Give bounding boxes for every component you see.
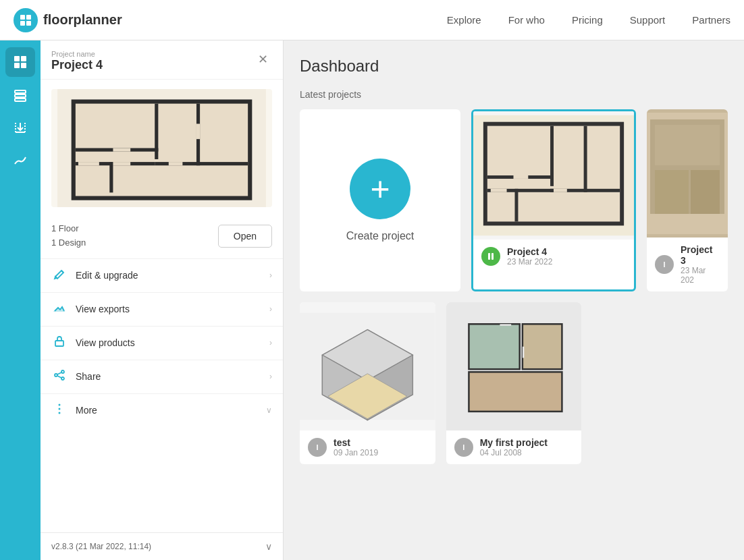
project4-date: 23 Mar 2022: [507, 257, 552, 267]
nav-pricing[interactable]: Pricing: [572, 14, 603, 26]
svg-rect-2: [20, 21, 25, 26]
test-avatar: I: [308, 438, 327, 457]
first-avatar-letter: I: [462, 443, 464, 451]
first-project-date: 04 Jul 2008: [480, 448, 548, 457]
main-wrapper: Project name Project 4 ✕: [0, 40, 744, 560]
svg-rect-64: [523, 347, 525, 358]
svg-rect-46: [488, 253, 490, 260]
svg-rect-61: [523, 324, 562, 369]
nav-support[interactable]: Support: [630, 14, 666, 26]
project4-footer: Project 4 23 Mar 2022: [473, 240, 634, 273]
logo-icon[interactable]: [14, 8, 38, 32]
svg-rect-5: [21, 56, 26, 61]
svg-rect-1: [26, 15, 31, 20]
project3-thumbnail: [647, 109, 728, 237]
svg-point-26: [61, 370, 64, 373]
svg-rect-0: [20, 15, 25, 20]
floor-counts: 1 Floor 1 Design: [51, 222, 86, 250]
version-chevron-icon[interactable]: ∨: [265, 541, 272, 552]
svg-rect-44: [491, 189, 507, 192]
svg-rect-19: [169, 162, 183, 165]
dashboard: Dashboard Latest projects + Create proje…: [284, 40, 744, 560]
svg-line-29: [57, 372, 61, 374]
design-count: 1 Design: [51, 236, 86, 250]
project4-name: Project 4: [507, 246, 552, 257]
share-icon: [51, 369, 68, 385]
edit-upgrade-menu-item[interactable]: Edit & upgrade ›: [41, 258, 283, 292]
products-icon: [51, 335, 68, 351]
project-card-project4[interactable]: Project 4 23 Mar 2022: [471, 109, 636, 291]
nav-explore[interactable]: Explore: [447, 14, 481, 26]
more-chevron-icon: ∨: [266, 405, 272, 415]
svg-rect-10: [15, 99, 26, 101]
more-menu-item[interactable]: More ∨: [41, 393, 283, 427]
view-exports-menu-item[interactable]: View exports ›: [41, 292, 283, 326]
test-thumbnail: [300, 302, 435, 430]
more-label: More: [76, 405, 258, 416]
view-products-label: View products: [76, 337, 261, 348]
export-nav-button[interactable]: [5, 113, 35, 143]
svg-rect-3: [26, 21, 31, 26]
svg-point-32: [59, 408, 61, 410]
floor-preview: [51, 89, 272, 207]
svg-rect-47: [491, 253, 494, 260]
share-menu-item[interactable]: Share ›: [41, 360, 283, 393]
view-products-menu-item[interactable]: View products ›: [41, 326, 283, 360]
project-panel: Project name Project 4 ✕: [41, 40, 284, 560]
panel-project-name: Project 4: [51, 58, 103, 72]
project4-thumbnail: [473, 111, 634, 240]
project4-info: Project 4 23 Mar 2022: [507, 246, 552, 267]
project3-footer: I Project 3 23 Mar 202: [647, 237, 728, 291]
test-footer: I test 09 Jan 2019: [300, 430, 435, 464]
create-project-button[interactable]: +: [350, 159, 410, 219]
svg-rect-62: [469, 372, 562, 412]
floor-info: 1 Floor 1 Design Open: [41, 217, 283, 258]
nav-forwho[interactable]: For who: [508, 14, 545, 26]
svg-point-27: [55, 374, 57, 376]
grid-nav-button[interactable]: [5, 47, 35, 77]
latest-projects-label: Latest projects: [300, 89, 728, 100]
panel-header-left: Project name Project 4: [51, 50, 103, 72]
floor-count: 1 Floor: [51, 222, 86, 236]
share-arrow-icon: ›: [269, 372, 272, 381]
project3-avatar-letter: I: [663, 260, 665, 269]
svg-rect-41: [514, 175, 529, 179]
first-avatar: I: [454, 438, 473, 457]
close-panel-button[interactable]: ✕: [253, 50, 272, 69]
svg-rect-4: [14, 56, 20, 61]
nav-partners[interactable]: Partners: [692, 14, 730, 26]
project3-info: Project 3 23 Mar 202: [681, 244, 720, 285]
project3-avatar: I: [655, 255, 674, 274]
project-card-project3[interactable]: I Project 3 23 Mar 202: [647, 109, 728, 291]
open-project-button[interactable]: Open: [218, 225, 272, 248]
dashboard-title: Dashboard: [300, 57, 728, 76]
svg-rect-8: [15, 90, 26, 93]
first-info: My first project 04 Jul 2008: [480, 437, 548, 457]
edit-upgrade-label: Edit & upgrade: [76, 270, 261, 281]
svg-point-31: [59, 403, 61, 405]
more-icon: [51, 403, 68, 418]
version-text: v2.8.3 (21 Mar 2022, 11:14): [51, 542, 151, 551]
icon-sidebar: [0, 40, 41, 560]
svg-rect-18: [113, 148, 130, 152]
project3-date: 23 Mar 202: [681, 266, 720, 285]
svg-rect-40: [584, 126, 587, 192]
svg-rect-45: [554, 189, 567, 192]
layers-nav-button[interactable]: [5, 80, 35, 110]
svg-rect-63: [500, 324, 511, 326]
top-navigation: floorplanner Explore For who Pricing Sup…: [0, 0, 744, 40]
products-arrow-icon: ›: [269, 338, 272, 347]
project-card-first[interactable]: I My first project 04 Jul 2008: [446, 302, 582, 464]
first-thumbnail: [446, 302, 582, 430]
svg-rect-24: [113, 162, 130, 165]
share-label: Share: [76, 371, 261, 382]
project-label: Project name: [51, 50, 103, 58]
project-card-test[interactable]: I test 09 Jan 2019: [300, 302, 435, 464]
svg-line-30: [57, 376, 61, 378]
test-name: test: [334, 437, 378, 448]
svg-rect-43: [514, 189, 518, 222]
create-project-card[interactable]: + Create project: [300, 109, 460, 291]
svg-rect-23: [78, 162, 99, 165]
analytics-nav-button[interactable]: [5, 146, 35, 176]
exports-icon: [51, 302, 68, 317]
